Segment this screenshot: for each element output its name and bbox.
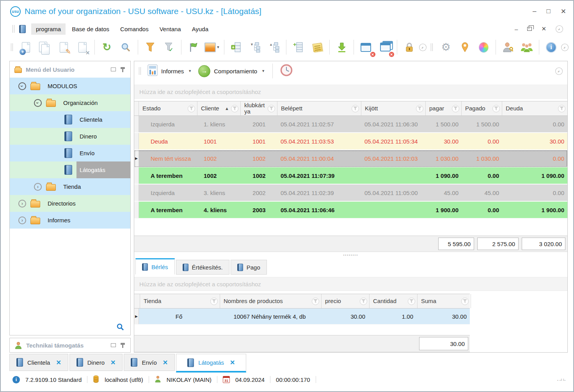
doc-tab-envio[interactable]: Envío ✕ — [124, 354, 175, 371]
column-header-tienda[interactable]: Tienda — [140, 294, 220, 308]
comportamiento-dropdown[interactable]: Comportamiento — [214, 68, 257, 74]
doc-tab-clientela[interactable]: Clientela ✕ — [9, 354, 68, 371]
menu-item-ventana[interactable]: Ventana — [155, 23, 186, 35]
visits-row-2[interactable]: Deuda 1001 1001 05.04.2021 11:03:53 05.0… — [134, 133, 567, 150]
close-tab-icon[interactable]: ✕ — [54, 359, 61, 366]
column-header-cliente[interactable]: Cliente ▲ — [197, 101, 241, 115]
notes-icon[interactable] — [309, 38, 326, 57]
visits-row-5[interactable]: Izquierda 3. kliens 2002 05.04.2021 11:0… — [134, 184, 567, 202]
user-permissions-icon[interactable] — [499, 38, 517, 57]
group-by-panel[interactable]: Húzza ide az oszlopfejlécet a csoportosí… — [134, 85, 567, 99]
column-header-pagado[interactable]: Pagado — [462, 101, 502, 115]
new-document-icon[interactable]: + — [17, 38, 35, 57]
tree-item-clientela[interactable]: Clientela — [10, 111, 130, 128]
pin-panel-icon[interactable] — [122, 343, 123, 348]
close-tab-icon[interactable]: ✕ — [109, 359, 116, 366]
filter-icon[interactable] — [452, 105, 459, 112]
tree-item-modulos[interactable]: › MODULOS — [10, 78, 130, 94]
column-header-pagar[interactable]: pagar — [426, 101, 462, 115]
filter-icon[interactable] — [461, 298, 469, 305]
column-header-nombres[interactable]: Nombres de productos — [220, 294, 322, 308]
tree-item-envio[interactable]: Envío — [10, 145, 130, 161]
tree-item-tienda[interactable]: › Tienda — [10, 178, 130, 195]
column-header-cantidad[interactable]: Cantidad — [370, 294, 418, 308]
users-icon[interactable] — [518, 38, 535, 57]
tree-item-informes[interactable]: › Informes — [10, 212, 130, 229]
group-by-panel[interactable]: Húzza ide az oszlopfejlécet a csoportosí… — [134, 277, 567, 291]
filter-icon[interactable] — [231, 105, 238, 112]
tree-item-directorios[interactable]: › Directorios — [10, 195, 130, 212]
expand-nodes-icon[interactable]: ▼ — [247, 38, 264, 57]
support-panel[interactable]: Technikai támogatás — [9, 338, 131, 353]
filter-icon[interactable] — [408, 298, 415, 305]
minimize-child-icon[interactable]: – — [515, 26, 518, 32]
lock-icon[interactable] — [400, 38, 418, 57]
menu-item-ayuda[interactable]: Ayuda — [187, 23, 213, 35]
filter-icon[interactable] — [416, 105, 423, 112]
filter-icon[interactable] — [210, 298, 218, 305]
visits-row-4[interactable]: A teremben 1002 1002 05.04.2021 11:07:39… — [134, 167, 567, 184]
filter-icon[interactable] — [312, 298, 319, 305]
insert-row-icon[interactable]: + — [227, 38, 245, 57]
tree-item-organizacion[interactable]: › Organización — [10, 94, 130, 111]
filter-icon[interactable] — [268, 105, 275, 112]
add-record-icon[interactable]: + — [290, 38, 307, 57]
go-arrow-icon[interactable]: → — [198, 65, 210, 77]
tab-ertekesites[interactable]: Értékesítés. — [176, 260, 229, 275]
tree-item-dinero[interactable]: Dinero — [10, 128, 130, 145]
collapse-nodes-icon[interactable]: ▲ — [265, 38, 283, 57]
collapse-node-icon[interactable]: › — [34, 99, 42, 107]
close-all-windows-icon[interactable]: ✕ — [376, 38, 394, 57]
flag-icon[interactable] — [185, 38, 202, 57]
menu-item-comandos[interactable]: Comandos — [116, 23, 153, 35]
image-icon[interactable]: ▼ — [203, 38, 221, 57]
tab-pago[interactable]: Pago — [231, 260, 267, 275]
undock-panel-icon[interactable] — [111, 343, 116, 347]
minimize-window-icon[interactable]: – — [533, 7, 536, 15]
tab-berles[interactable]: Bérlés — [135, 258, 175, 275]
filter-icon[interactable] — [558, 105, 565, 112]
expand-node-icon[interactable]: › — [34, 183, 42, 191]
refresh-icon[interactable]: ↻ — [98, 38, 116, 57]
column-header-precio[interactable]: precio — [322, 294, 370, 308]
toolbar-grip[interactable] — [11, 43, 13, 51]
filter-icon[interactable] — [360, 298, 367, 305]
copy-document-icon[interactable] — [36, 38, 53, 57]
visits-row-6[interactable]: A teremben 4. kliens 2003 05.04.2021 11:… — [134, 202, 567, 219]
visits-row-1[interactable]: Izquierda 1. kliens 2001 05.04.2021 11:0… — [134, 116, 567, 133]
info-icon[interactable]: i — [542, 38, 560, 57]
visits-row-3-selected[interactable]: ▶ Nem tért vissza 1002 1002 05.04.2021 1… — [134, 150, 567, 167]
filter-icon[interactable] — [492, 105, 500, 112]
tree-item-latogatas[interactable]: Látogatás — [10, 161, 130, 178]
delete-document-icon[interactable]: ✕ — [74, 38, 91, 57]
column-header-belepett[interactable]: Belépett — [277, 101, 361, 115]
menu-item-programa[interactable]: programa — [31, 23, 66, 35]
expand-node-icon[interactable]: › — [18, 216, 26, 224]
expand-node-icon[interactable]: › — [18, 200, 26, 208]
panel-splitter[interactable]: •••••••• — [134, 252, 567, 258]
toolbar-grip[interactable] — [12, 25, 14, 33]
toolbar-overflow-icon[interactable]: › — [418, 42, 428, 53]
column-header-deuda[interactable]: Deuda — [502, 101, 567, 115]
detail-row-1-selected[interactable]: ▶ Fő 10067 Néhány termék 4, db 30.00 1.0… — [134, 309, 470, 325]
collapse-node-icon[interactable]: › — [18, 82, 26, 90]
informes-dropdown[interactable]: Informes — [161, 68, 184, 74]
close-tab-icon[interactable]: ✕ — [161, 359, 168, 366]
colors-icon[interactable] — [475, 38, 492, 57]
menu-item-base-de-datos[interactable]: Base de datos — [67, 23, 114, 35]
location-icon[interactable] — [456, 38, 473, 57]
filter-accept-icon[interactable]: ✓ — [160, 38, 178, 57]
close-child-icon[interactable]: ✕ — [541, 25, 546, 32]
column-header-suma[interactable]: Suma — [418, 294, 471, 308]
resize-grip[interactable]: ⠠⠴⠦ — [556, 377, 566, 382]
undock-panel-icon[interactable] — [111, 67, 116, 71]
maximize-window-icon[interactable]: □ — [546, 7, 550, 15]
import-icon[interactable] — [333, 38, 350, 57]
restore-child-icon[interactable] — [527, 27, 532, 31]
pin-panel-icon[interactable] — [122, 67, 123, 72]
settings-icon[interactable]: ⚙ — [437, 38, 455, 57]
column-header-estado[interactable]: Estado — [139, 101, 197, 115]
filter-icon[interactable] — [188, 105, 195, 112]
filter-icon[interactable] — [352, 105, 359, 112]
search-icon[interactable] — [117, 38, 135, 57]
